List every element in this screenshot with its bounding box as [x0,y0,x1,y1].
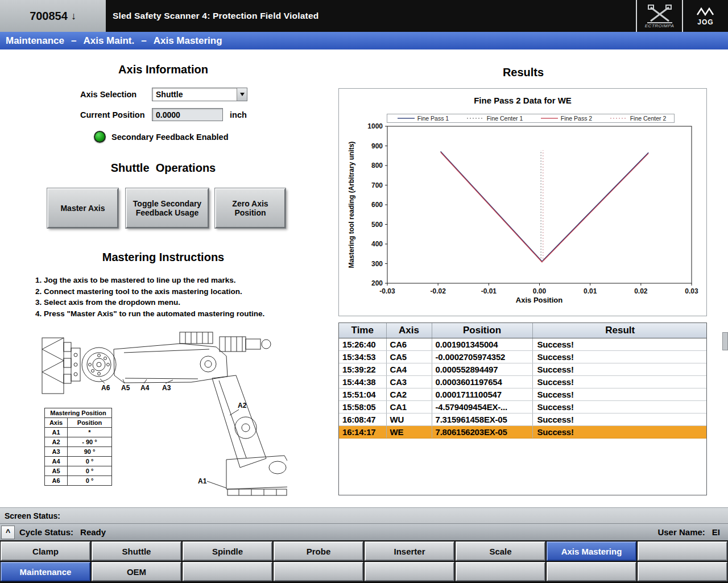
chart-plot: 2003004005006007008009001000-0.03-0.02-0… [339,89,708,317]
result-cell-result: Success! [532,425,707,438]
softkey-clamp[interactable]: Clamp [1,541,90,561]
result-row[interactable]: 16:08:47WU7.315961458EX-05Success! [339,413,707,425]
mastering-table-header: Axis [45,418,68,428]
result-row[interactable]: 15:34:53CA5-0.0002705974352Success! [339,350,707,363]
top-bar: 700854 ↓ Sled Safety Scanner 4: Protecti… [0,0,728,32]
softkey-row-1: ClampShuttleSpindleProbeInserterScaleAxi… [1,541,727,561]
result-cell-axis: CA6 [386,338,432,350]
softkey-blank [183,562,272,581]
breadcrumb-item-axis-mastering[interactable]: Axis Mastering [154,35,222,47]
scrollbar-thumb[interactable] [722,332,728,350]
result-cell-position: 0.001901345004 [432,338,532,350]
softkey-oem[interactable]: OEM [92,562,181,581]
result-row[interactable]: 15:26:40CA60.001901345004Success! [339,338,707,350]
result-cell-position: 7.315961458EX-05 [432,413,532,425]
chart-ylabel: Mastering tool reading (Arbitrary units) [348,142,355,268]
softkey-area: ClampShuttleSpindleProbeInserterScaleAxi… [0,540,728,583]
results-header-axis: Axis [386,323,432,338]
result-row[interactable]: 15:51:04CA20.0001711100547Success! [339,388,707,400]
mastering-table-cell: * [68,428,112,437]
mastering-table-cell: - 90 ° [68,437,112,447]
series-fine-pass-2 [441,152,649,262]
result-row[interactable]: 16:14:17WE7.806156203EX-05Success! [339,425,707,438]
collapse-button[interactable]: ^ [1,526,15,539]
softkey-blank [547,562,636,581]
softkey-scale[interactable]: Scale [456,541,545,561]
x-tick-label: 0.03 [685,287,698,295]
result-cell-time: 15:34:53 [339,350,386,363]
mastering-table-row: A390 ° [45,447,112,457]
x-tick-label: 0.01 [584,287,597,295]
result-cell-axis: CA1 [386,400,432,413]
breadcrumb-separator: – [71,35,76,47]
axis-selection-label: Axis Selection [80,90,136,99]
result-row[interactable]: 15:58:05CA1-4.579409454EX-...Success! [339,400,707,413]
mastering-table-cell: 0 ° [68,466,112,476]
y-tick-label: 800 [371,162,383,169]
breadcrumb-item-axis-maint-[interactable]: Axis Maint. [83,35,134,47]
softkey-row-2: MaintenanceOEM [1,562,727,581]
y-tick-label: 900 [371,142,383,150]
result-row[interactable]: 15:44:38CA30.0003601197654Success! [339,375,707,388]
toggle-secondary-feedback-button[interactable]: Toggle Secondary Feedback Usage [126,188,209,228]
jog-button[interactable]: JOG [682,0,728,32]
mastering-table-row: A50 ° [45,466,112,476]
softkey-inserter[interactable]: Inserter [365,541,454,561]
jog-icon [696,6,715,17]
softkey-maintenance[interactable]: Maintenance [1,562,90,581]
mastering-table-row: A1* [45,428,112,437]
mastering-table-title: Mastering Position [45,408,112,418]
result-cell-time: 15:26:40 [339,338,386,350]
result-row[interactable]: 15:39:22CA40.000552894497Success! [339,363,707,375]
mastering-table-cell: 0 ° [68,457,112,466]
result-cell-position: 0.000552894497 [432,363,532,375]
x-tick-label: -0.02 [430,287,446,295]
y-tick-label: 300 [371,260,383,268]
y-tick-label: 500 [371,221,383,229]
result-cell-time: 16:14:17 [339,425,386,438]
instruction-step: 1. Jog the axis to be mastered to line u… [35,275,264,286]
results-table-container: TimeAxisPositionResult 15:26:40CA60.0019… [338,322,707,495]
mastering-instructions-title: Mastering Instructions [55,251,271,264]
secondary-feedback-label: Secondary Feedback Enabled [111,133,229,142]
result-cell-result: Success! [532,350,707,363]
result-cell-axis: CA2 [386,388,432,400]
program-number-box[interactable]: 700854 ↓ [0,0,106,32]
x-tick-label: -0.01 [481,287,497,295]
mastering-table-cell: A6 [45,476,68,486]
softkey-blank [638,562,727,581]
instruction-steps: 1. Jog the axis to be mastered to line u… [35,275,264,319]
breadcrumb-item-maintenance[interactable]: Maintenance [6,35,64,47]
results-chart: Fine Pass 2 Data for WE Fine Pass 1Fine … [338,88,707,316]
chart-xlabel: Axis Position [516,296,562,304]
results-table: TimeAxisPositionResult 15:26:40CA60.0019… [339,323,707,439]
cycle-status-bar: ^ Cycle Status: Ready User Name: EI [0,523,728,540]
mastering-table-row: A2- 90 ° [45,437,112,447]
brand-logo: ECTROIMPA [636,0,682,32]
softkey-shuttle[interactable]: Shuttle [92,541,181,561]
softkey-probe[interactable]: Probe [274,541,363,561]
mastering-table-cell: A3 [45,447,68,457]
current-position-label: Current Position [80,110,145,119]
robot-label-a2: A2 [238,402,247,410]
instruction-step: 2. Connect mastering tool to the axis ma… [35,286,264,297]
screen-status-bar: Screen Status: [0,507,728,523]
softkey-axis-mastering[interactable]: Axis Mastering [547,541,636,561]
result-cell-time: 16:08:47 [339,413,386,425]
axis-information-title: Axis Information [55,63,271,76]
zero-axis-position-button[interactable]: Zero Axis Position [215,188,286,228]
jog-label: JOG [697,18,713,26]
brand-text: ECTROIMPA [645,23,674,28]
user-name-value: EI [712,527,720,537]
softkey-spindle[interactable]: Spindle [183,541,272,561]
screen-status-label: Screen Status: [5,511,60,520]
mastering-table-cell: A4 [45,457,68,466]
current-position-field[interactable]: 0.0000 [152,108,223,121]
robot-label-a6: A6 [101,384,110,392]
axis-selection-value: Shuttle [152,90,237,99]
dropdown-button[interactable] [237,88,247,101]
axis-selection-dropdown[interactable]: Shuttle [152,88,247,101]
master-axis-button[interactable]: Master Axis [47,188,118,228]
softkey-blank [638,541,727,561]
results-header-result: Result [532,323,707,338]
